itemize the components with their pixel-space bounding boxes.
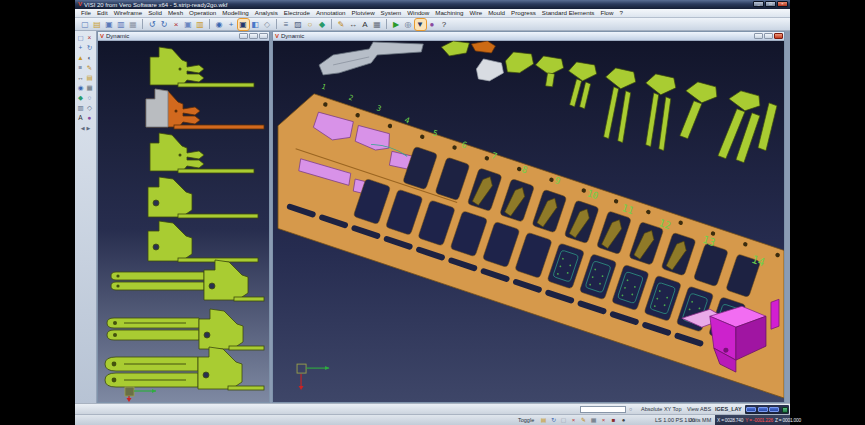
right-panel-title-bar[interactable]: V Dynamic bbox=[273, 32, 784, 41]
right-panel-close-button[interactable] bbox=[774, 33, 783, 39]
part-thumbnails-viewport[interactable] bbox=[98, 41, 269, 402]
menu-item-7[interactable]: Analysis bbox=[252, 9, 281, 17]
new-file-icon[interactable]: ▢ bbox=[80, 19, 91, 30]
right-panel-minimize-button[interactable] bbox=[754, 33, 763, 39]
menu-item-9[interactable]: Annotation bbox=[313, 9, 349, 17]
status-chip[interactable] bbox=[769, 407, 779, 412]
dim-icon[interactable]: A bbox=[76, 113, 85, 123]
menu-item-6[interactable]: Modelling bbox=[219, 9, 251, 17]
save-icon[interactable]: ▣ bbox=[104, 19, 115, 30]
menu-item-5[interactable]: Operation bbox=[186, 9, 219, 17]
left-panel-maximize-button[interactable] bbox=[249, 33, 258, 39]
menu-item-15[interactable]: Mould bbox=[485, 9, 508, 17]
command-input[interactable] bbox=[580, 406, 626, 413]
status-chip[interactable] bbox=[758, 407, 768, 412]
delete-mini-icon[interactable]: × bbox=[569, 416, 578, 425]
menu-item-12[interactable]: Window bbox=[404, 9, 432, 17]
menu-item-2[interactable]: Wireframe bbox=[111, 9, 146, 17]
shaded-view-icon[interactable]: ◧ bbox=[250, 19, 261, 30]
flag-icon[interactable]: ▼ bbox=[415, 19, 426, 30]
save-all-icon[interactable]: ▥ bbox=[116, 19, 127, 30]
print-icon[interactable]: ▦ bbox=[128, 19, 139, 30]
help-icon[interactable]: ? bbox=[439, 19, 450, 30]
edit-mini-icon[interactable]: ✎ bbox=[579, 416, 588, 425]
strip-3d-viewport[interactable]: 1234567891011121314 bbox=[273, 41, 784, 402]
menu-item-19[interactable]: ? bbox=[617, 9, 626, 17]
workplane-icon[interactable]: ▨ bbox=[293, 19, 304, 30]
minimize-button[interactable]: _ bbox=[753, 1, 764, 7]
status-chip[interactable] bbox=[746, 407, 756, 412]
cut-icon[interactable]: × bbox=[171, 19, 182, 30]
menu-item-1[interactable]: Edit bbox=[94, 9, 111, 17]
menu-item-17[interactable]: Standard Elements bbox=[539, 9, 598, 17]
menu-item-0[interactable]: File bbox=[78, 9, 94, 17]
grid-small-icon[interactable]: ▦ bbox=[85, 83, 94, 93]
menu-item-11[interactable]: System bbox=[378, 9, 405, 17]
left-panel-title-bar[interactable]: V Dynamic bbox=[98, 32, 269, 41]
point-mini-icon[interactable]: ● bbox=[619, 416, 628, 425]
menu-item-14[interactable]: Wire bbox=[466, 9, 485, 17]
rotate-icon[interactable]: ↻ bbox=[85, 43, 94, 53]
part-thumbnail-7[interactable] bbox=[107, 309, 264, 350]
status-settings-icon[interactable] bbox=[782, 407, 788, 413]
select-icon[interactable]: ▢ bbox=[76, 33, 85, 43]
move-icon[interactable]: + bbox=[76, 43, 85, 53]
part-thumbnail-5[interactable] bbox=[148, 221, 258, 262]
poly-icon[interactable]: ◇ bbox=[85, 103, 94, 113]
view-box-icon[interactable]: ▣ bbox=[238, 19, 249, 30]
layer-icon[interactable]: ▤ bbox=[85, 73, 94, 83]
light-icon[interactable]: ○ bbox=[305, 19, 316, 30]
offset-icon[interactable]: ≡ bbox=[76, 63, 85, 73]
part-thumbnail-4[interactable] bbox=[148, 177, 258, 218]
toggle-button[interactable]: Toggle bbox=[518, 415, 534, 425]
copy-icon[interactable]: ▣ bbox=[183, 19, 194, 30]
dimension-icon[interactable]: ↔ bbox=[348, 19, 359, 30]
part-thumbnail-3[interactable] bbox=[150, 133, 254, 173]
info-icon[interactable]: ● bbox=[85, 113, 94, 123]
menu-item-4[interactable]: Mesh bbox=[165, 9, 186, 17]
sketch-icon[interactable]: ✎ bbox=[336, 19, 347, 30]
scale-icon[interactable]: ▲ bbox=[76, 53, 85, 63]
menu-item-3[interactable]: Solid bbox=[145, 9, 165, 17]
left-panel-minimize-button[interactable] bbox=[239, 33, 248, 39]
open-folder-icon[interactable]: ▤ bbox=[92, 19, 103, 30]
arc-icon[interactable]: ○ bbox=[85, 93, 94, 103]
paste-icon[interactable]: ▥ bbox=[195, 19, 206, 30]
erase-icon[interactable]: × bbox=[85, 33, 94, 43]
left-panel-close-button[interactable] bbox=[259, 33, 268, 39]
mirror-icon[interactable]: ◐ bbox=[85, 53, 94, 63]
simulate-icon[interactable]: ▶ bbox=[391, 19, 402, 30]
cancel-mini-icon[interactable]: × bbox=[599, 416, 608, 425]
tools-icon[interactable]: ● bbox=[427, 19, 438, 30]
right-panel-maximize-button[interactable] bbox=[764, 33, 773, 39]
wireframe-view-icon[interactable]: ◇ bbox=[262, 19, 273, 30]
zoom-icon[interactable]: ◉ bbox=[214, 19, 225, 30]
part-thumbnail-1[interactable] bbox=[150, 47, 254, 87]
layer-mini-icon[interactable]: ▢ bbox=[559, 416, 568, 425]
flat-blank-part[interactable] bbox=[319, 42, 423, 75]
menu-item-16[interactable]: Progress bbox=[508, 9, 539, 17]
grid-icon[interactable]: ▦ bbox=[372, 19, 383, 30]
part-thumbnail-2-highlighted[interactable] bbox=[146, 89, 264, 129]
material-icon[interactable]: ◆ bbox=[317, 19, 328, 30]
sb-arrow-0[interactable]: ◀ bbox=[81, 125, 85, 131]
stop-mini-icon[interactable]: ■ bbox=[609, 416, 618, 425]
menu-item-13[interactable]: Machining bbox=[432, 9, 466, 17]
text-icon[interactable]: A bbox=[360, 19, 371, 30]
open-mini-icon[interactable]: ▤ bbox=[539, 416, 548, 425]
machining-icon[interactable]: ◎ bbox=[403, 19, 414, 30]
pan-icon[interactable]: + bbox=[226, 19, 237, 30]
snap-icon[interactable]: ◉ bbox=[76, 83, 85, 93]
fill-icon[interactable]: ◆ bbox=[76, 93, 85, 103]
menu-item-18[interactable]: Flow bbox=[597, 9, 616, 17]
undo-icon[interactable]: ↺ bbox=[147, 19, 158, 30]
redo-icon[interactable]: ↻ bbox=[159, 19, 170, 30]
part-thumbnail-8[interactable] bbox=[105, 347, 264, 390]
maximize-button[interactable]: □ bbox=[765, 1, 776, 7]
refresh-mini-icon[interactable]: ↻ bbox=[549, 416, 558, 425]
menu-item-10[interactable]: Plotview bbox=[349, 9, 378, 17]
sb-arrow-1[interactable]: ▶ bbox=[87, 125, 91, 131]
close-button[interactable]: × bbox=[777, 1, 788, 7]
menu-item-8[interactable]: Electrode bbox=[281, 9, 313, 17]
table-mini-icon[interactable]: ▦ bbox=[589, 416, 598, 425]
